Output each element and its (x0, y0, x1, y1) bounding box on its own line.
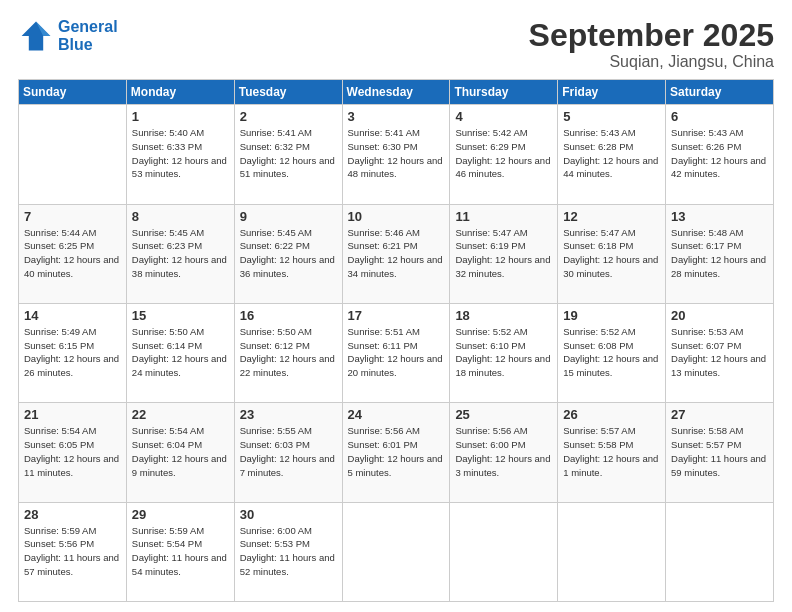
day-number: 9 (240, 209, 337, 224)
table-row: 28Sunrise: 5:59 AMSunset: 5:56 PMDayligh… (19, 502, 774, 601)
calendar-cell: 9Sunrise: 5:45 AMSunset: 6:22 PMDaylight… (234, 204, 342, 303)
calendar-cell: 2Sunrise: 5:41 AMSunset: 6:32 PMDaylight… (234, 105, 342, 204)
day-number: 4 (455, 109, 552, 124)
day-number: 17 (348, 308, 445, 323)
day-number: 30 (240, 507, 337, 522)
day-info: Sunrise: 5:56 AMSunset: 6:01 PMDaylight:… (348, 424, 445, 479)
day-info: Sunrise: 5:43 AMSunset: 6:28 PMDaylight:… (563, 126, 660, 181)
calendar-cell: 12Sunrise: 5:47 AMSunset: 6:18 PMDayligh… (558, 204, 666, 303)
calendar-cell: 7Sunrise: 5:44 AMSunset: 6:25 PMDaylight… (19, 204, 127, 303)
day-number: 11 (455, 209, 552, 224)
day-number: 10 (348, 209, 445, 224)
col-thursday: Thursday (450, 80, 558, 105)
day-number: 13 (671, 209, 768, 224)
day-number: 21 (24, 407, 121, 422)
calendar-cell: 17Sunrise: 5:51 AMSunset: 6:11 PMDayligh… (342, 303, 450, 402)
col-friday: Friday (558, 80, 666, 105)
day-number: 20 (671, 308, 768, 323)
day-info: Sunrise: 5:59 AMSunset: 5:56 PMDaylight:… (24, 524, 121, 579)
day-info: Sunrise: 5:48 AMSunset: 6:17 PMDaylight:… (671, 226, 768, 281)
day-info: Sunrise: 5:57 AMSunset: 5:58 PMDaylight:… (563, 424, 660, 479)
calendar-cell: 13Sunrise: 5:48 AMSunset: 6:17 PMDayligh… (666, 204, 774, 303)
day-number: 2 (240, 109, 337, 124)
col-tuesday: Tuesday (234, 80, 342, 105)
title-block: September 2025 Suqian, Jiangsu, China (529, 18, 774, 71)
day-info: Sunrise: 5:49 AMSunset: 6:15 PMDaylight:… (24, 325, 121, 380)
calendar-cell: 15Sunrise: 5:50 AMSunset: 6:14 PMDayligh… (126, 303, 234, 402)
calendar-cell (666, 502, 774, 601)
day-number: 8 (132, 209, 229, 224)
calendar-table: Sunday Monday Tuesday Wednesday Thursday… (18, 79, 774, 602)
table-row: 7Sunrise: 5:44 AMSunset: 6:25 PMDaylight… (19, 204, 774, 303)
day-number: 23 (240, 407, 337, 422)
table-row: 1Sunrise: 5:40 AMSunset: 6:33 PMDaylight… (19, 105, 774, 204)
calendar-header-row: Sunday Monday Tuesday Wednesday Thursday… (19, 80, 774, 105)
col-monday: Monday (126, 80, 234, 105)
calendar-cell: 27Sunrise: 5:58 AMSunset: 5:57 PMDayligh… (666, 403, 774, 502)
calendar-cell (342, 502, 450, 601)
day-info: Sunrise: 5:44 AMSunset: 6:25 PMDaylight:… (24, 226, 121, 281)
page: General Blue September 2025 Suqian, Jian… (0, 0, 792, 612)
day-number: 5 (563, 109, 660, 124)
calendar-cell: 10Sunrise: 5:46 AMSunset: 6:21 PMDayligh… (342, 204, 450, 303)
col-saturday: Saturday (666, 80, 774, 105)
calendar-cell: 4Sunrise: 5:42 AMSunset: 6:29 PMDaylight… (450, 105, 558, 204)
day-info: Sunrise: 5:53 AMSunset: 6:07 PMDaylight:… (671, 325, 768, 380)
calendar-cell: 11Sunrise: 5:47 AMSunset: 6:19 PMDayligh… (450, 204, 558, 303)
header: General Blue September 2025 Suqian, Jian… (18, 18, 774, 71)
day-info: Sunrise: 5:42 AMSunset: 6:29 PMDaylight:… (455, 126, 552, 181)
day-number: 15 (132, 308, 229, 323)
day-info: Sunrise: 5:45 AMSunset: 6:22 PMDaylight:… (240, 226, 337, 281)
calendar-cell (558, 502, 666, 601)
day-info: Sunrise: 5:51 AMSunset: 6:11 PMDaylight:… (348, 325, 445, 380)
col-wednesday: Wednesday (342, 80, 450, 105)
day-info: Sunrise: 5:40 AMSunset: 6:33 PMDaylight:… (132, 126, 229, 181)
day-info: Sunrise: 5:58 AMSunset: 5:57 PMDaylight:… (671, 424, 768, 479)
day-number: 3 (348, 109, 445, 124)
logo-text: General Blue (58, 18, 118, 53)
calendar-cell: 28Sunrise: 5:59 AMSunset: 5:56 PMDayligh… (19, 502, 127, 601)
day-number: 1 (132, 109, 229, 124)
calendar-cell: 1Sunrise: 5:40 AMSunset: 6:33 PMDaylight… (126, 105, 234, 204)
day-number: 6 (671, 109, 768, 124)
calendar-cell (19, 105, 127, 204)
calendar-cell: 16Sunrise: 5:50 AMSunset: 6:12 PMDayligh… (234, 303, 342, 402)
calendar-cell: 20Sunrise: 5:53 AMSunset: 6:07 PMDayligh… (666, 303, 774, 402)
day-info: Sunrise: 5:50 AMSunset: 6:12 PMDaylight:… (240, 325, 337, 380)
calendar-cell: 3Sunrise: 5:41 AMSunset: 6:30 PMDaylight… (342, 105, 450, 204)
calendar-cell: 29Sunrise: 5:59 AMSunset: 5:54 PMDayligh… (126, 502, 234, 601)
calendar-cell: 22Sunrise: 5:54 AMSunset: 6:04 PMDayligh… (126, 403, 234, 502)
day-number: 7 (24, 209, 121, 224)
calendar-cell: 6Sunrise: 5:43 AMSunset: 6:26 PMDaylight… (666, 105, 774, 204)
logo: General Blue (18, 18, 118, 54)
calendar-title: September 2025 (529, 18, 774, 53)
day-number: 28 (24, 507, 121, 522)
day-number: 18 (455, 308, 552, 323)
day-number: 22 (132, 407, 229, 422)
calendar-cell: 24Sunrise: 5:56 AMSunset: 6:01 PMDayligh… (342, 403, 450, 502)
calendar-cell: 18Sunrise: 5:52 AMSunset: 6:10 PMDayligh… (450, 303, 558, 402)
day-info: Sunrise: 5:56 AMSunset: 6:00 PMDaylight:… (455, 424, 552, 479)
day-info: Sunrise: 5:41 AMSunset: 6:32 PMDaylight:… (240, 126, 337, 181)
day-info: Sunrise: 5:55 AMSunset: 6:03 PMDaylight:… (240, 424, 337, 479)
day-info: Sunrise: 5:54 AMSunset: 6:05 PMDaylight:… (24, 424, 121, 479)
day-number: 14 (24, 308, 121, 323)
calendar-cell: 30Sunrise: 6:00 AMSunset: 5:53 PMDayligh… (234, 502, 342, 601)
day-number: 19 (563, 308, 660, 323)
day-info: Sunrise: 5:45 AMSunset: 6:23 PMDaylight:… (132, 226, 229, 281)
day-info: Sunrise: 5:47 AMSunset: 6:18 PMDaylight:… (563, 226, 660, 281)
day-info: Sunrise: 5:52 AMSunset: 6:08 PMDaylight:… (563, 325, 660, 380)
calendar-subtitle: Suqian, Jiangsu, China (529, 53, 774, 71)
day-info: Sunrise: 5:50 AMSunset: 6:14 PMDaylight:… (132, 325, 229, 380)
day-number: 24 (348, 407, 445, 422)
calendar-cell: 23Sunrise: 5:55 AMSunset: 6:03 PMDayligh… (234, 403, 342, 502)
day-info: Sunrise: 5:47 AMSunset: 6:19 PMDaylight:… (455, 226, 552, 281)
day-number: 26 (563, 407, 660, 422)
day-info: Sunrise: 6:00 AMSunset: 5:53 PMDaylight:… (240, 524, 337, 579)
day-info: Sunrise: 5:41 AMSunset: 6:30 PMDaylight:… (348, 126, 445, 181)
table-row: 14Sunrise: 5:49 AMSunset: 6:15 PMDayligh… (19, 303, 774, 402)
calendar-cell: 26Sunrise: 5:57 AMSunset: 5:58 PMDayligh… (558, 403, 666, 502)
day-number: 16 (240, 308, 337, 323)
calendar-cell: 8Sunrise: 5:45 AMSunset: 6:23 PMDaylight… (126, 204, 234, 303)
calendar-cell: 5Sunrise: 5:43 AMSunset: 6:28 PMDaylight… (558, 105, 666, 204)
